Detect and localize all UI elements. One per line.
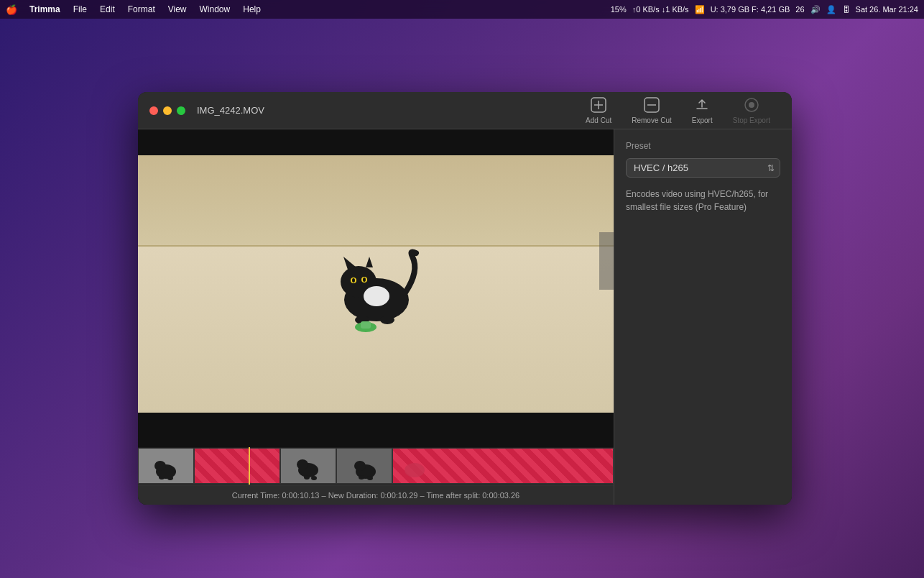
filmstrip[interactable] [138,447,614,485]
menu-file[interactable]: File [68,3,92,16]
svg-point-6 [749,102,754,108]
remove-cut-icon [644,97,660,115]
apple-icon[interactable]: 🍎 [6,4,17,15]
video-top-bar [138,129,614,155]
menu-edit[interactable]: Edit [95,3,120,16]
datetime: Sat 26. Mar 21:24 [856,5,918,14]
export-icon [694,97,710,115]
stop-export-button[interactable]: Stop Export [723,94,780,127]
film-frame-1[interactable] [138,448,194,484]
window-controls [149,106,185,115]
menubar-right: 15% ↑0 KB/s ↓1 KB/s 📶 U: 3,79 GB F: 4,21… [611,5,918,14]
status-bar: Current Time: 0:00:10.13 – New Duration:… [138,485,614,505]
network-status: ↑0 KB/s ↓1 KB/s [632,5,689,14]
svg-point-29 [311,476,317,480]
maximize-button[interactable] [177,106,185,115]
svg-point-33 [359,475,364,480]
preset-select[interactable]: HVEC / h265 H.264 ProRes Original [626,158,780,178]
menu-help[interactable]: Help [238,3,266,16]
cat-container [305,221,448,336]
svg-point-22 [154,461,166,471]
svg-marker-10 [343,257,356,270]
preset-description: Encodes video using HVEC/h265, for small… [626,188,780,214]
export-label: Export [692,116,713,124]
menu-view[interactable]: View [163,3,192,16]
svg-point-24 [167,476,173,480]
svg-point-32 [354,461,366,471]
title-bar: IMG_4242.MOV Add Cut [138,92,792,129]
svg-point-23 [159,475,165,480]
svg-point-14 [352,278,355,283]
svg-point-28 [304,475,310,480]
preset-label: Preset [626,141,780,151]
menu-trimma[interactable]: Trimma [24,3,65,16]
stop-export-label: Stop Export [733,116,770,124]
cat-svg [305,221,448,336]
control-center-icon[interactable]: 🎛 [842,5,850,14]
remove-cut-button[interactable]: Remove Cut [622,94,682,127]
svg-point-17 [380,316,394,324]
svg-point-15 [363,277,366,282]
menu-window[interactable]: Window [195,3,236,16]
film-frame-4[interactable] [336,448,392,484]
menu-format[interactable]: Format [123,3,160,16]
notification-count: 26 [795,5,804,14]
close-button[interactable] [149,106,158,115]
battery-status: 15% [611,5,627,14]
svg-point-36 [405,463,425,477]
menubar-left: 🍎 Trimma File Edit Format View Window He… [6,3,266,16]
content-area: Current Time: 0:00:10.13 – New Duration:… [138,129,792,505]
film-frame-3[interactable] [280,448,336,484]
video-display[interactable] [138,155,614,413]
video-panel: Current Time: 0:00:10.13 – New Duration:… [138,129,614,505]
export-button[interactable]: Export [682,94,723,127]
volume-icon[interactable]: 🔊 [810,5,821,14]
add-cut-label: Add Cut [586,116,611,124]
preset-select-wrapper: HVEC / h265 H.264 ProRes Original ⇅ [626,158,780,178]
status-text: Current Time: 0:00:10.13 – New Duration:… [232,491,520,500]
window-title: IMG_4242.MOV [197,105,264,116]
remove-cut-label: Remove Cut [632,116,672,124]
video-scene [138,155,614,413]
svg-rect-19 [361,321,371,329]
svg-point-9 [364,286,389,306]
add-cut-icon [591,97,606,115]
svg-point-34 [367,476,373,480]
minimize-button[interactable] [163,106,172,115]
video-bottom-bar [138,413,614,447]
right-panel: Preset HVEC / h265 H.264 ProRes Original… [614,129,792,505]
app-window: IMG_4242.MOV Add Cut [138,92,792,505]
disk-usage: U: 3,79 GB F: 4,21 GB [711,5,790,14]
add-cut-button[interactable]: Add Cut [576,94,622,127]
door-edge [599,232,614,290]
stop-export-icon [744,97,759,115]
svg-marker-11 [366,257,373,267]
user-icon[interactable]: 👤 [826,5,836,14]
menubar: 🍎 Trimma File Edit Format View Window He… [0,0,924,19]
wifi-icon: 📶 [695,5,705,14]
film-marker [249,447,250,485]
film-frame-5[interactable] [392,448,614,484]
svg-point-27 [297,459,308,469]
toolbar: Add Cut Remove Cut Export [576,94,780,127]
film-frame-2[interactable] [194,448,280,484]
